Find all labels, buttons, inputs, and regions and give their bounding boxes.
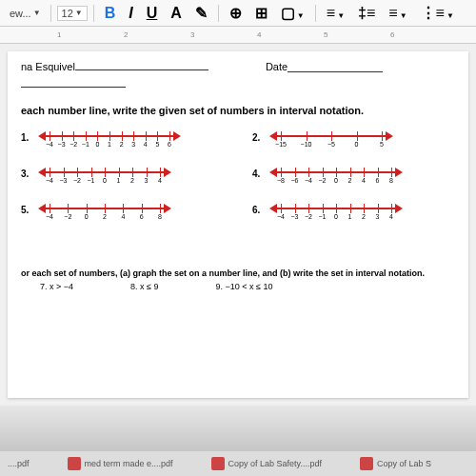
tick-label: 1: [108, 141, 111, 148]
tick-label: 6: [140, 213, 144, 220]
problem-number: 6.: [252, 205, 264, 215]
underline-button[interactable]: U: [142, 3, 163, 24]
list-numbered-icon[interactable]: ≡▼: [384, 3, 411, 24]
tick-label: 4: [144, 141, 148, 148]
text-color-button[interactable]: A: [166, 3, 187, 24]
align-icon[interactable]: ≡▼: [322, 3, 349, 24]
tick-label: −4: [277, 213, 285, 220]
tick-label: 0: [85, 213, 89, 220]
number-line: −4−202468: [38, 198, 171, 221]
tick-label: −1: [82, 141, 89, 148]
tick-label: 2: [362, 213, 366, 220]
problem-number: 5.: [21, 205, 32, 215]
tick-label: −2: [319, 177, 327, 184]
tick-label: 0: [95, 141, 99, 148]
problem-7: 7. x > −4: [40, 282, 73, 291]
problem-number: 1.: [21, 132, 32, 143]
instruction-text: each number line, write the given set of…: [21, 105, 455, 116]
tick-label: −4: [46, 213, 53, 220]
document-area: na Esquivel Date each number line, write…: [0, 44, 476, 406]
tick-label: 8: [158, 213, 162, 220]
pdf-icon: [211, 457, 225, 470]
tick-label: −4: [46, 141, 53, 148]
tick-label: −1: [319, 213, 327, 220]
pdf-icon: [68, 457, 81, 470]
tick-label: −1: [88, 177, 95, 184]
pdf-icon: [360, 457, 373, 470]
tick-label: −2: [64, 213, 71, 220]
tick-label: 4: [158, 177, 162, 184]
tick-label: −3: [291, 213, 299, 220]
tick-label: −2: [305, 213, 312, 220]
tick-label: −2: [69, 141, 77, 148]
tick-label: −15: [275, 141, 287, 148]
number-line: −4−3−2−10123456: [38, 126, 181, 149]
tick-label: 3: [131, 141, 135, 148]
download-item[interactable]: ....pdf: [8, 459, 30, 468]
number-line: −4−3−2−101234: [269, 198, 403, 221]
tick-label: −3: [60, 177, 68, 184]
page[interactable]: na Esquivel Date each number line, write…: [8, 51, 468, 398]
line-spacing-icon[interactable]: ‡≡: [353, 3, 380, 24]
tick-label: 6: [168, 141, 171, 148]
toolbar: ew...▼ 12▼ B I U A ✎ ⊕ ⊞ ▢▼ ≡▼ ‡≡ ≡▼ ⋮≡▼: [0, 0, 476, 27]
tick-label: 0: [334, 177, 338, 184]
tick-label: 3: [376, 213, 380, 220]
problem-9: 9. −10 < x ≤ 10: [215, 282, 272, 291]
tick-label: 5: [380, 141, 384, 148]
tick-label: −4: [305, 177, 312, 184]
tick-label: 4: [121, 213, 125, 220]
problem-number: 3.: [21, 169, 32, 179]
downloads-bar: ....pdf med term made e....pdf Copy of L…: [0, 451, 476, 476]
image-icon[interactable]: ▢▼: [276, 2, 309, 24]
tick-label: 2: [120, 141, 124, 148]
list-bullet-icon[interactable]: ⋮≡▼: [416, 2, 459, 24]
problem: 1.−4−3−2−10123456: [21, 126, 224, 149]
comment-icon[interactable]: ⊞: [250, 2, 272, 24]
tick-label: 3: [145, 177, 149, 184]
tick-label: −6: [291, 177, 299, 184]
number-line: −4−3−2−101234: [38, 162, 171, 185]
problem-number: 2.: [252, 132, 264, 143]
tick-label: −5: [327, 141, 335, 148]
number-line: −15−10−505: [269, 126, 393, 149]
problem: 2.−15−10−505: [252, 126, 455, 149]
tick-label: 4: [389, 213, 393, 220]
download-item[interactable]: Copy of Lab Safety....pdf: [211, 457, 322, 470]
problem: 3.−4−3−2−101234: [21, 162, 224, 185]
font-size-select[interactable]: 12▼: [57, 6, 88, 21]
name-field: na Esquivel: [21, 61, 208, 72]
tick-label: 0: [355, 141, 359, 148]
ruler: 1 2 3 4 5 6: [0, 27, 476, 44]
tick-label: −8: [277, 177, 285, 184]
section2-instruction: or each set of numbers, (a) graph the se…: [21, 268, 455, 278]
tick-label: 1: [348, 213, 352, 220]
tick-label: −4: [46, 177, 53, 184]
download-item[interactable]: med term made e....pdf: [68, 457, 173, 470]
tick-label: −3: [58, 141, 66, 148]
bold-button[interactable]: B: [100, 3, 121, 24]
tick-label: 6: [376, 177, 380, 184]
menu-view[interactable]: ew...▼: [6, 6, 45, 21]
link-icon[interactable]: ⊕: [225, 2, 247, 24]
tick-label: −2: [73, 177, 81, 184]
problem: 4.−8−6−4−202468: [252, 162, 455, 185]
tick-label: 2: [130, 177, 134, 184]
tick-label: 2: [348, 177, 352, 184]
tick-label: −10: [301, 141, 312, 148]
tick-label: 5: [155, 141, 159, 148]
download-item[interactable]: Copy of Lab S: [360, 457, 431, 470]
tick-label: 8: [389, 177, 393, 184]
problem: 6.−4−3−2−101234: [252, 198, 455, 221]
tick-label: 2: [103, 213, 107, 220]
problem: 5.−4−202468: [21, 198, 224, 221]
problem-number: 4.: [252, 169, 264, 179]
highlight-button[interactable]: ✎: [190, 2, 212, 24]
date-label: Date: [266, 61, 288, 72]
problem-8: 8. x ≤ 9: [130, 282, 158, 291]
tick-label: 0: [334, 213, 338, 220]
italic-button[interactable]: I: [124, 3, 137, 24]
sub-line: [21, 76, 126, 88]
number-line: −8−6−4−202468: [269, 162, 403, 185]
tick-label: 0: [103, 177, 107, 184]
